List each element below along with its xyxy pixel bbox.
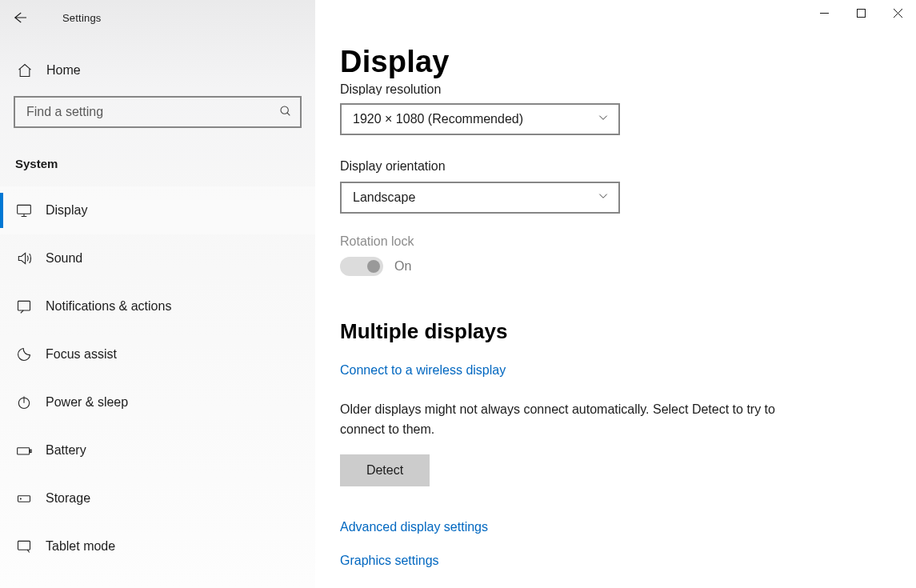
home-icon [15, 61, 34, 80]
svg-rect-5 [30, 450, 32, 452]
sidebar-item-sound[interactable]: Sound [0, 234, 315, 282]
sidebar-item-label: Power & sleep [46, 395, 128, 410]
rotation-lock-label: Rotation lock [340, 234, 897, 249]
sidebar-nav: Display Sound Notifications & actions Fo… [0, 186, 315, 570]
app-title: Settings [62, 12, 102, 24]
detect-help-text: Older displays might not always connect … [340, 400, 796, 440]
search-wrap [14, 96, 302, 128]
sidebar-item-label: Tablet mode [46, 539, 115, 554]
notifications-icon [15, 298, 33, 315]
display-resolution-select[interactable]: 1920 × 1080 (Recommended) [340, 103, 620, 135]
search-icon [279, 105, 292, 120]
rotation-lock-toggle[interactable] [340, 257, 383, 276]
sidebar-item-label: Storage [46, 491, 90, 506]
tablet-icon [15, 538, 33, 555]
display-orientation-select[interactable]: Landscape [340, 182, 620, 214]
wireless-display-link[interactable]: Connect to a wireless display [340, 363, 506, 378]
page-title: Display [340, 45, 897, 79]
svg-rect-1 [18, 205, 31, 214]
svg-rect-9 [857, 9, 865, 17]
titlebar-controls [806, 0, 916, 26]
sidebar-item-label: Notifications & actions [46, 299, 171, 314]
sidebar-item-storage[interactable]: Storage [0, 474, 315, 522]
display-resolution-label: Display resolution [340, 82, 897, 95]
sidebar-item-battery[interactable]: Battery [0, 426, 315, 474]
sidebar-item-display[interactable]: Display [0, 186, 315, 234]
display-orientation-label: Display orientation [340, 159, 897, 174]
advanced-display-link[interactable]: Advanced display settings [340, 520, 897, 534]
battery-icon [15, 442, 33, 459]
detect-button[interactable]: Detect [340, 454, 430, 486]
sound-icon [15, 250, 33, 267]
sidebar-item-label: Sound [46, 251, 82, 266]
svg-point-7 [20, 498, 21, 499]
sidebar-item-label: Display [46, 203, 87, 218]
sidebar: Settings Home System [0, 0, 315, 588]
sidebar-item-tablet-mode[interactable]: Tablet mode [0, 522, 315, 570]
toggle-knob [367, 260, 380, 273]
display-resolution-value: 1920 × 1080 (Recommended) [353, 112, 523, 126]
sidebar-home-label: Home [46, 63, 81, 78]
sidebar-item-label: Focus assist [46, 347, 117, 362]
rotation-lock-row: On [340, 257, 897, 276]
link-stack: Advanced display settings Graphics setti… [340, 520, 897, 568]
storage-icon [15, 490, 33, 507]
back-arrow-icon [12, 10, 26, 25]
sidebar-section-heading: System [15, 157, 315, 170]
maximize-button[interactable] [842, 0, 879, 26]
chevron-down-icon [598, 190, 609, 205]
display-orientation-value: Landscape [353, 190, 415, 205]
minimize-button[interactable] [806, 0, 842, 26]
search-input[interactable] [25, 104, 279, 120]
close-button[interactable] [879, 0, 916, 26]
display-icon [15, 202, 33, 219]
sidebar-item-notifications[interactable]: Notifications & actions [0, 282, 315, 330]
sidebar-item-power-sleep[interactable]: Power & sleep [0, 378, 315, 426]
svg-point-0 [281, 106, 288, 114]
scroll-region: Display resolution 1920 × 1080 (Recommen… [340, 82, 897, 568]
power-icon [15, 394, 33, 411]
sidebar-header: Settings [0, 0, 315, 35]
back-button[interactable] [2, 0, 37, 35]
svg-rect-4 [18, 448, 30, 454]
window-root: Settings Home System [0, 0, 916, 588]
sidebar-home[interactable]: Home [0, 51, 315, 90]
svg-rect-2 [18, 301, 30, 310]
chevron-down-icon [598, 112, 609, 126]
content-area: Display Display resolution 1920 × 1080 (… [315, 0, 916, 588]
svg-rect-6 [18, 496, 30, 502]
sidebar-item-label: Battery [46, 443, 86, 458]
multiple-displays-heading: Multiple displays [340, 319, 897, 344]
svg-rect-8 [18, 541, 30, 550]
search-box[interactable] [14, 96, 302, 128]
sidebar-item-focus-assist[interactable]: Focus assist [0, 330, 315, 378]
rotation-lock-state: On [394, 259, 411, 274]
focus-assist-icon [15, 346, 33, 363]
graphics-settings-link[interactable]: Graphics settings [340, 554, 897, 568]
